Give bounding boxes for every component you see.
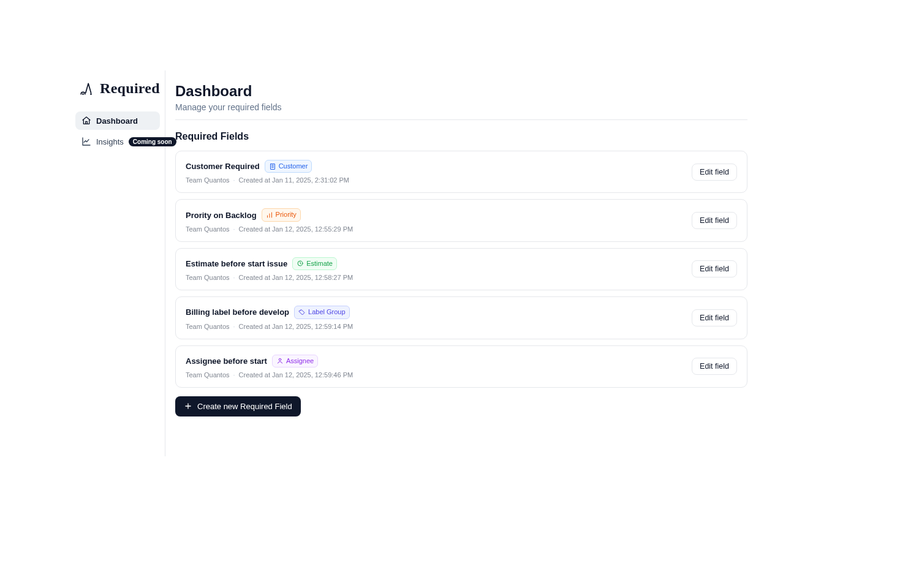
brand-name: Required: [100, 80, 160, 97]
sidebar: Required Dashboard Insights Coming soon: [70, 70, 165, 456]
section-title: Required Fields: [175, 131, 747, 142]
main: Dashboard Manage your required fields Re…: [165, 70, 760, 588]
field-tag-label: Assignee: [286, 356, 314, 366]
create-field-button[interactable]: Create new Required Field: [175, 396, 301, 417]
field-card: Assignee before start Assignee Team Quan…: [175, 345, 747, 388]
field-title: Billing label before develop: [186, 307, 289, 317]
svg-point-4: [301, 311, 301, 311]
field-meta: Team Quantos · Created at Jan 12, 2025, …: [186, 274, 353, 281]
field-tag-label: Label Group: [308, 307, 346, 317]
field-card-header: Assignee before start Assignee: [186, 355, 353, 368]
brand-logo-icon: [79, 81, 95, 97]
svg-point-1: [90, 93, 92, 95]
edit-field-button[interactable]: Edit field: [692, 212, 737, 229]
field-meta: Team Quantos · Created at Jan 12, 2025, …: [186, 225, 353, 233]
field-title: Customer Required: [186, 162, 260, 171]
field-created: Created at Jan 12, 2025, 12:55:29 PM: [239, 225, 354, 233]
field-tag-estimate: Estimate: [292, 257, 337, 270]
svg-rect-2: [270, 164, 274, 169]
sidebar-item-label: Dashboard: [96, 116, 154, 126]
svg-point-0: [82, 93, 84, 95]
home-icon: [81, 116, 91, 126]
sidebar-item-label: Insights: [96, 137, 124, 146]
field-created: Created at Jan 12, 2025, 12:59:14 PM: [239, 323, 354, 330]
field-card-content: Customer Required Customer Team Quantos: [186, 160, 349, 184]
sidebar-item-dashboard[interactable]: Dashboard: [75, 111, 160, 130]
meta-separator: ·: [233, 274, 235, 281]
field-created: Created at Jan 12, 2025, 12:59:46 PM: [239, 371, 354, 379]
tags-icon: [298, 309, 306, 316]
field-card: Prority on Backlog Priority Team Quantos: [175, 199, 747, 241]
field-tag-label: Priority: [276, 210, 297, 219]
create-field-label: Create new Required Field: [197, 402, 292, 411]
field-card: Customer Required Customer Team Quantos: [175, 151, 747, 193]
field-meta: Team Quantos · Created at Jan 12, 2025, …: [186, 371, 353, 379]
meta-separator: ·: [233, 323, 235, 330]
user-icon: [276, 357, 284, 364]
field-team: Team Quantos: [186, 323, 230, 330]
field-card-content: Assignee before start Assignee Team Quan…: [186, 355, 353, 379]
field-team: Team Quantos: [186, 176, 230, 184]
sidebar-nav: Dashboard Insights Coming soon: [75, 111, 160, 151]
field-tag-priority: Priority: [262, 208, 301, 221]
field-tag-customer: Customer: [265, 160, 312, 173]
field-created: Created at Jan 12, 2025, 12:58:27 PM: [239, 274, 354, 281]
field-tag-label-group: Label Group: [294, 306, 350, 318]
sidebar-item-insights[interactable]: Insights Coming soon: [75, 132, 160, 151]
field-meta: Team Quantos · Created at Jan 11, 2025, …: [186, 176, 349, 184]
field-card-header: Estimate before start issue Estimate: [186, 257, 353, 270]
field-team: Team Quantos: [186, 371, 230, 379]
field-tag-assignee: Assignee: [272, 355, 318, 368]
clock-icon: [297, 260, 304, 267]
chart-line-icon: [81, 137, 91, 146]
field-title: Estimate before start issue: [186, 259, 287, 268]
field-tag-label: Estimate: [306, 259, 333, 268]
edit-field-button[interactable]: Edit field: [692, 358, 737, 375]
field-card: Estimate before start issue Estimate Tea…: [175, 248, 747, 290]
page-subtitle: Manage your required fields: [175, 102, 747, 112]
field-card-header: Billing label before develop Label Group: [186, 306, 353, 318]
field-team: Team Quantos: [186, 274, 230, 281]
field-created: Created at Jan 11, 2025, 2:31:02 PM: [239, 176, 349, 184]
meta-separator: ·: [233, 225, 235, 233]
field-team: Team Quantos: [186, 225, 230, 233]
svg-point-5: [279, 359, 281, 361]
edit-field-button[interactable]: Edit field: [692, 164, 737, 181]
meta-separator: ·: [233, 371, 235, 379]
field-tag-label: Customer: [279, 162, 308, 171]
field-card-content: Prority on Backlog Priority Team Quantos: [186, 208, 353, 232]
field-card: Billing label before develop Label Group…: [175, 296, 747, 339]
field-card-header: Prority on Backlog Priority: [186, 208, 353, 221]
field-card-content: Billing label before develop Label Group…: [186, 306, 353, 330]
field-card-header: Customer Required Customer: [186, 160, 349, 173]
edit-field-button[interactable]: Edit field: [692, 260, 737, 277]
field-title: Assignee before start: [186, 356, 267, 366]
meta-separator: ·: [233, 176, 235, 184]
edit-field-button[interactable]: Edit field: [692, 309, 737, 326]
required-fields-list: Customer Required Customer Team Quantos: [175, 151, 747, 388]
field-title: Prority on Backlog: [186, 211, 257, 220]
bars-icon: [266, 211, 273, 219]
field-card-content: Estimate before start issue Estimate Tea…: [186, 257, 353, 281]
field-meta: Team Quantos · Created at Jan 12, 2025, …: [186, 323, 353, 330]
brand: Required: [75, 78, 160, 102]
plus-icon: [184, 402, 192, 410]
page-header: Dashboard Manage your required fields: [175, 83, 747, 120]
page-title: Dashboard: [175, 83, 747, 100]
building-icon: [269, 163, 276, 170]
